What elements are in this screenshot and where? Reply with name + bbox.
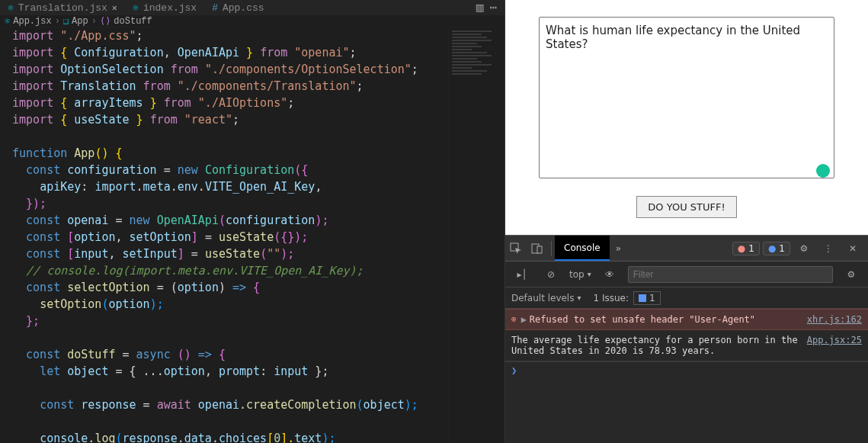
css-file-icon: # [212,2,218,14]
clear-console-icon[interactable]: ⊘ [540,264,562,285]
breadcrumb-component: App [72,16,88,27]
component-icon: ❑ [63,15,69,27]
breadcrumb-method: doStuff [114,16,152,27]
message-counter[interactable]: 1 [763,242,790,255]
do-stuff-button[interactable]: DO YOU STUFF! [636,196,736,218]
tab-item[interactable]: #App.css [204,0,271,15]
console-error-message: Refused to set unsafe header "User-Agent… [530,314,755,325]
console-log-row[interactable]: App.jsx:25 The average life expectancy f… [505,330,868,361]
expand-arrow-icon[interactable]: ▶ [521,314,527,325]
tab-item[interactable]: ⚛index.jsx [125,0,204,15]
chevron-right-icon: › [55,16,60,27]
chevron-right-icon: › [91,16,97,27]
device-toolbar-icon[interactable] [527,238,548,259]
issues-counter[interactable]: 1 [633,291,661,305]
code-editor[interactable]: import "./App.css"; import { Configurati… [0,27,448,443]
console-source-link[interactable]: App.jsx:25 [807,335,862,345]
breadcrumb-file: App.jsx [13,16,51,27]
react-file-icon: ⚛ [5,15,10,27]
log-levels-selector[interactable]: Default levels [511,293,581,303]
devtools-tabs-overflow-icon[interactable]: » [610,243,627,254]
settings-gear-icon[interactable]: ⚙ [793,238,815,259]
app-preview: DO YOU STUFF! [505,0,868,235]
svg-rect-2 [537,246,542,253]
minimap[interactable] [448,27,504,443]
console-log-message: The average life expectancy for a person… [511,335,798,356]
error-counter[interactable]: 1 [732,242,760,255]
console-error-row[interactable]: ⊗ ▶ Refused to set unsafe header "User-A… [505,309,868,330]
issues-label: 1 Issue: [593,293,629,303]
method-icon: ⟨⟩ [100,15,111,27]
error-icon: ⊗ [511,314,517,325]
live-expressions-icon[interactable]: 👁 [599,264,620,285]
console-prompt[interactable] [505,361,868,379]
toggle-drawer-icon[interactable]: ▸│ [511,264,533,285]
devtools-panel: Console » 1 1 ⚙ ⋮ ✕ ▸│ ⊘ top 👁 ⚙ Default… [505,235,868,443]
devtools-close-icon[interactable]: ✕ [842,238,863,259]
tab-item[interactable]: ⚛Translation.jsx✕ [0,0,125,15]
console-settings-icon[interactable]: ⚙ [841,264,862,285]
breadcrumb[interactable]: ⚛ App.jsx › ❑ App › ⟨⟩ doStuff [0,15,504,27]
console-output[interactable]: ⊗ ▶ Refused to set unsafe header "User-A… [505,309,868,443]
context-selector[interactable]: top [569,269,591,280]
editor-tab-bar: ⚛Translation.jsx✕ ⚛index.jsx #App.css ▥ … [0,0,504,15]
grammarly-icon[interactable] [816,164,830,178]
filter-input[interactable] [628,266,833,283]
react-file-icon: ⚛ [133,2,139,14]
console-source-link[interactable]: xhr.js:162 [807,314,862,325]
split-editor-icon[interactable]: ▥ [476,0,484,15]
inspect-element-icon[interactable] [505,238,527,259]
react-file-icon: ⚛ [8,2,14,14]
devtools-tab-console[interactable]: Console [555,236,610,261]
devtools-menu-icon[interactable]: ⋮ [818,238,839,259]
more-icon[interactable]: ⋯ [489,0,497,15]
close-icon[interactable]: ✕ [112,2,117,14]
prompt-textarea[interactable] [539,17,834,178]
